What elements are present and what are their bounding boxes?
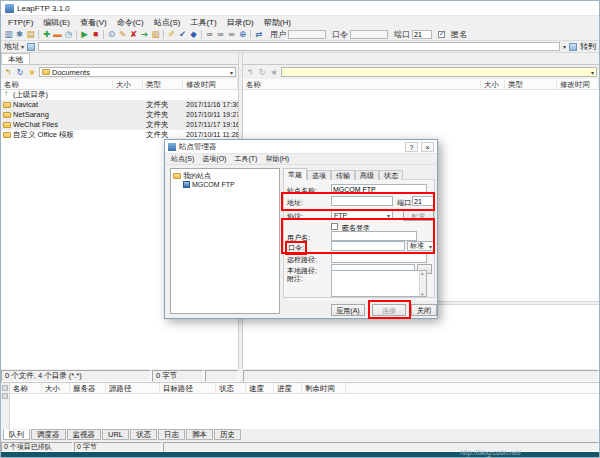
notes-textarea[interactable] [331,270,427,297]
dialog-tab[interactable]: 状态 [379,170,403,180]
dialog-menu-item[interactable]: 选项(O) [198,154,230,164]
schedule-icon[interactable]: ◷ [63,29,74,40]
file-row[interactable]: WeChat Files文件夹2017/11/17 19:16 [1,120,238,130]
queue-tab[interactable]: 调度器 [31,429,66,440]
goto-icon[interactable]: ➔ [139,29,150,40]
local-path-combo[interactable]: Documents [39,67,236,77]
address-label[interactable]: 地址 [4,41,24,52]
parent-folder-icon[interactable]: ↰ [245,68,255,77]
queue-tab[interactable]: URL [102,429,129,440]
anonymous-checkbox[interactable] [331,223,338,230]
tab-local[interactable]: 本地 [1,53,30,64]
dialog-tab[interactable]: 选项 [307,170,331,180]
password-input[interactable] [350,30,388,39]
go-icon[interactable] [569,43,577,51]
connect-button[interactable]: 连接 [372,304,406,316]
menu-item[interactable]: 命令(C) [112,17,149,28]
menu-item[interactable]: 编辑(E) [38,17,75,28]
column-header[interactable]: 进度 [274,383,302,393]
select-icon[interactable]: ✔ [177,29,188,40]
user-input[interactable] [288,30,326,39]
tree-item-site[interactable]: MGCOM FTP [173,180,277,189]
address-input[interactable] [331,196,393,206]
menu-item[interactable]: 站点(S) [149,17,186,28]
configure-button[interactable]: 配置 [403,210,434,221]
file-row[interactable]: NetSarang文件夹2017/10/11 19:27 [1,110,238,120]
view-icon[interactable]: ⊙ [106,29,117,40]
menu-item[interactable]: FTP(F) [3,18,38,27]
column-header[interactable]: 名称 [243,79,481,89]
dialog-help-button[interactable]: ? [405,142,418,152]
queue-tab[interactable]: 监视器 [67,429,102,440]
stop-icon[interactable]: ■ [90,29,101,40]
column-header[interactable]: 目标路径 [160,383,216,393]
start-queue-icon[interactable]: ▶ [79,29,90,40]
delete-icon[interactable]: ✘ [128,29,139,40]
username-input[interactable] [331,231,417,241]
dialog-menu-item[interactable]: 帮助(H) [261,154,293,164]
queue-tab[interactable]: 队列 [3,429,30,440]
scrollbar[interactable] [419,271,426,296]
favorites-icon[interactable]: ★ [269,68,279,77]
favorites-icon[interactable]: ★ [27,68,37,77]
find-server-icon[interactable]: ∞ [226,29,237,40]
refresh-icon[interactable]: ↻ [257,68,267,77]
column-header[interactable]: 剩余时间 [302,383,346,393]
transfer-mode-icon[interactable]: ⇄ [253,29,264,40]
column-header[interactable]: 源路径 [106,383,160,393]
sync-icon[interactable]: ◆ [188,29,199,40]
remote-path-input[interactable] [331,253,427,263]
chevron-down-icon[interactable] [230,68,233,77]
column-header[interactable]: 大小 [113,79,143,89]
menu-item[interactable]: 工具(T) [185,17,221,28]
dialog-tab[interactable]: 常规 [283,168,307,180]
column-header[interactable]: 服务器 [70,383,106,393]
port-input[interactable] [412,196,434,206]
web-icon[interactable]: ⊕ [237,29,248,40]
column-header[interactable]: 大小 [42,383,70,393]
column-header[interactable]: 名称 [10,383,42,393]
file-row[interactable]: Navicat文件夹2017/11/16 17:30 [1,100,238,110]
dialog-close-button[interactable]: × [421,142,434,152]
queue-list[interactable] [10,394,599,429]
address-dropdown-icon[interactable] [563,42,566,51]
column-header[interactable]: 名称 [1,79,113,89]
menu-item[interactable]: 帮助(H) [259,17,296,28]
file-row[interactable]: (上级目录) [1,90,238,100]
password-input[interactable] [331,241,405,251]
queue-tab[interactable]: 状态 [130,429,157,440]
column-header[interactable]: 速度 [246,383,274,393]
remove-site-icon[interactable]: ▬ [52,29,63,40]
dialog-menu-item[interactable]: 站点(S) [167,154,198,164]
anonymous-checkbox[interactable] [438,31,445,38]
find-site-icon[interactable]: ∞ [215,29,226,40]
address-input[interactable] [38,42,560,51]
column-header[interactable]: 状态 [216,383,246,393]
queue-strip-button[interactable] [2,393,8,399]
port-input[interactable] [412,30,432,39]
queue-strip-button[interactable] [2,385,8,391]
close-button[interactable]: 关闭 [411,304,437,316]
chevron-down-icon[interactable] [591,68,594,77]
menu-item[interactable]: 目录(D) [222,17,259,28]
edit-icon[interactable]: ✎ [117,29,128,40]
dialog-tab[interactable]: 高级 [355,170,379,180]
tree-item-my-sites[interactable]: 我的站点 [173,171,277,180]
find-file-icon[interactable]: ∞ [204,29,215,40]
password-type-select[interactable]: 标准 [407,241,435,251]
queue-tab[interactable]: 日志 [158,429,185,440]
refresh-icon[interactable]: ↻ [15,68,25,77]
apply-button[interactable]: 应用(A) [331,304,365,316]
open-folder-icon[interactable]: ▤ [25,29,36,40]
column-header[interactable]: 修改时间 [183,79,238,89]
connect-icon[interactable]: ▥ [3,29,14,40]
protocol-select[interactable]: FTP [331,210,393,220]
new-folder-icon[interactable]: ▧ [150,29,161,40]
parent-folder-icon[interactable]: ↰ [3,68,13,77]
go-button[interactable]: 转到 [580,41,596,52]
dialog-tab[interactable]: 传输 [331,170,355,180]
dialog-title-bar[interactable]: 站点管理器 ? × [165,140,437,154]
dialog-menu-item[interactable]: 工具(T) [230,154,261,164]
site-name-input[interactable] [331,184,427,194]
add-site-icon[interactable]: ✚ [41,29,52,40]
